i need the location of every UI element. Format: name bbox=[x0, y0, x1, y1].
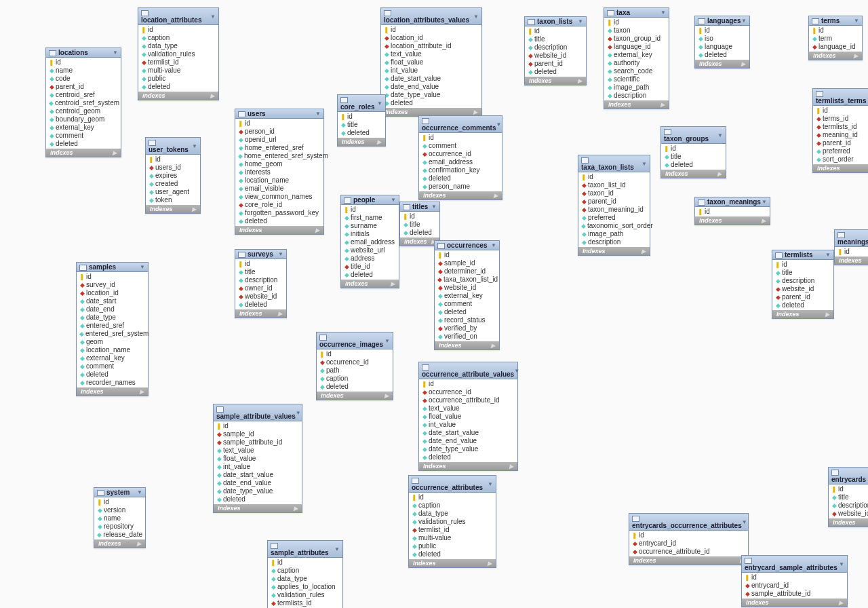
column-row[interactable]: ❚id bbox=[742, 573, 847, 582]
column-row[interactable]: ◆language bbox=[695, 43, 749, 51]
column-row[interactable]: ◆core_role_id bbox=[235, 201, 323, 209]
indexes-footer[interactable]: Indexes▶ bbox=[419, 191, 502, 200]
column-row[interactable]: ◆validation_rules bbox=[409, 518, 496, 526]
column-row[interactable]: ◆deleted bbox=[400, 229, 439, 237]
table-header[interactable]: sample_attributes▼ bbox=[268, 541, 342, 558]
column-row[interactable]: ❚id bbox=[661, 145, 726, 153]
column-row[interactable]: ❚id bbox=[138, 26, 218, 34]
table-header[interactable]: system▼ bbox=[94, 488, 145, 497]
column-row[interactable]: ◆occurrence_attribute_id bbox=[419, 396, 517, 404]
column-row[interactable]: ◆text_value bbox=[419, 404, 517, 413]
expand-icon[interactable]: ▶ bbox=[717, 171, 722, 177]
table-people[interactable]: people▼❚id◆first_name◆surname◆initials◆e… bbox=[340, 195, 399, 288]
column-row[interactable]: ◆verified_on bbox=[435, 332, 499, 341]
expand-icon[interactable]: ▶ bbox=[278, 311, 282, 317]
column-row[interactable]: ◆website_id bbox=[435, 284, 499, 292]
table-header[interactable]: users▼ bbox=[235, 109, 323, 119]
collapse-icon[interactable]: ▼ bbox=[473, 14, 479, 20]
column-row[interactable]: ◆date_end bbox=[77, 305, 148, 314]
column-row[interactable]: ◆deleted bbox=[338, 129, 385, 137]
column-row[interactable]: ◆description bbox=[235, 276, 286, 284]
column-row[interactable]: ◆home_entered_sref bbox=[235, 144, 323, 152]
column-row[interactable]: ◆title_id bbox=[341, 263, 399, 271]
column-row[interactable]: ❚id bbox=[695, 208, 770, 216]
collapse-icon[interactable]: ▼ bbox=[642, 161, 647, 167]
column-row[interactable]: ◆person_name bbox=[419, 183, 502, 191]
indexes-footer[interactable]: Indexes▶ bbox=[742, 598, 847, 607]
column-row[interactable]: ◆preferred bbox=[578, 214, 650, 222]
indexes-footer[interactable]: Indexes▶ bbox=[146, 205, 200, 213]
column-row[interactable]: ◆interests bbox=[235, 168, 323, 176]
column-row[interactable]: ◆comment bbox=[435, 300, 499, 308]
column-row[interactable]: ◆entrycard_id bbox=[742, 582, 847, 590]
table-core_roles[interactable]: core_roles▼❚id◆title◆deletedIndexes▶ bbox=[337, 94, 386, 147]
column-row[interactable]: ◆description bbox=[604, 92, 669, 100]
column-row[interactable]: ◆data_type bbox=[138, 42, 218, 50]
table-header[interactable]: taxon_lists▼ bbox=[525, 17, 586, 26]
table-system[interactable]: system▼❚id◆version◆name◆repository◆relea… bbox=[94, 487, 146, 548]
column-row[interactable]: ◆website_url bbox=[341, 246, 399, 254]
column-row[interactable]: ◆data_type bbox=[409, 510, 496, 518]
column-row[interactable]: ◆description bbox=[578, 238, 650, 246]
indexes-footer[interactable]: Indexes▶ bbox=[94, 539, 145, 548]
column-row[interactable]: ◆validation_rules bbox=[138, 50, 218, 58]
table-header[interactable]: entrycard_sample_attributes▼ bbox=[742, 556, 847, 573]
column-row[interactable]: ◆termlist_id bbox=[409, 526, 496, 534]
indexes-footer[interactable]: Indexes▶ bbox=[629, 556, 748, 565]
column-row[interactable]: ◆text_value bbox=[381, 50, 481, 58]
expand-icon[interactable]: ▶ bbox=[741, 61, 745, 67]
column-row[interactable]: ◆external_key bbox=[77, 354, 148, 362]
collapse-icon[interactable]: ▼ bbox=[296, 410, 301, 416]
expand-icon[interactable]: ▶ bbox=[854, 53, 858, 59]
indexes-footer[interactable]: Indexes▶ bbox=[829, 518, 868, 527]
column-row[interactable]: ◆forgotten_password_key bbox=[235, 209, 323, 217]
table-location_attributes_values[interactable]: location_attributes_values▼❚id◆location_… bbox=[380, 7, 482, 117]
column-row[interactable]: ◆deleted bbox=[419, 453, 517, 461]
column-row[interactable]: ❚id bbox=[235, 260, 286, 268]
table-header[interactable]: occurrences▼ bbox=[435, 241, 499, 250]
table-header[interactable]: occurrence_attributes▼ bbox=[409, 476, 496, 493]
expand-icon[interactable]: ▶ bbox=[192, 206, 196, 212]
expand-icon[interactable]: ▶ bbox=[839, 600, 843, 606]
column-row[interactable]: ◆parent_id bbox=[772, 293, 833, 301]
collapse-icon[interactable]: ▼ bbox=[192, 143, 197, 149]
column-row[interactable]: ◆parent_id bbox=[578, 197, 650, 206]
column-row[interactable]: ◆preferred bbox=[813, 147, 868, 155]
collapse-icon[interactable]: ▼ bbox=[140, 264, 145, 270]
column-row[interactable]: ❚id bbox=[772, 261, 833, 269]
column-row[interactable]: ◆scientific bbox=[604, 75, 669, 83]
table-samples[interactable]: samples▼❚id◆survey_id◆location_id◆date_s… bbox=[76, 262, 149, 396]
column-row[interactable]: ◆caption bbox=[409, 501, 496, 510]
column-row[interactable]: ❚id bbox=[835, 248, 868, 256]
column-row[interactable]: ◆entered_sref_system bbox=[77, 330, 148, 338]
column-row[interactable]: ◆title bbox=[525, 35, 586, 43]
column-row[interactable]: ◆occurrence_id bbox=[419, 150, 502, 158]
expand-icon[interactable]: ▶ bbox=[491, 343, 495, 349]
column-row[interactable]: ◆date_end_value bbox=[381, 83, 481, 91]
column-row[interactable]: ◆float_value bbox=[214, 455, 302, 463]
table-header[interactable]: languages▼ bbox=[695, 16, 749, 26]
column-row[interactable]: ◆external_key bbox=[604, 51, 669, 59]
column-row[interactable]: ◆deleted bbox=[661, 161, 726, 169]
table-entrycards[interactable]: entrycards▼❚id◆title◆description◆website… bbox=[828, 467, 868, 527]
column-row[interactable]: ◆image_path bbox=[578, 230, 650, 238]
table-termlists[interactable]: termlists▼❚id◆title◆description◆website_… bbox=[772, 250, 834, 319]
column-row[interactable]: ◆meaning_id bbox=[813, 131, 868, 139]
collapse-icon[interactable]: ▼ bbox=[496, 121, 502, 128]
column-row[interactable]: ◆caption bbox=[268, 567, 342, 575]
table-taxon_lists[interactable]: taxon_lists▼❚id◆title◆description◆websit… bbox=[524, 16, 587, 86]
column-row[interactable]: ❚id bbox=[341, 206, 399, 214]
expand-icon[interactable]: ▶ bbox=[488, 560, 492, 567]
column-row[interactable]: ◆occurrence_attribute_id bbox=[629, 548, 748, 556]
indexes-footer[interactable]: Indexes▶ bbox=[813, 164, 868, 172]
column-row[interactable]: ◆surname bbox=[341, 222, 399, 230]
column-row[interactable]: ◆public bbox=[138, 75, 218, 83]
column-row[interactable]: ◆date_type_value bbox=[419, 445, 517, 453]
column-row[interactable]: ◆verified_by bbox=[435, 324, 499, 332]
indexes-footer[interactable]: Indexes▶ bbox=[138, 92, 218, 100]
indexes-footer[interactable]: Indexes▶ bbox=[341, 280, 399, 288]
table-entrycards_occurrence_attributes[interactable]: entrycards_occurrence_attributes▼❚id◆ent… bbox=[629, 513, 749, 565]
column-row[interactable]: ◆deleted bbox=[341, 271, 399, 279]
column-row[interactable]: ◆openid_url bbox=[235, 136, 323, 144]
column-row[interactable]: ◆float_value bbox=[381, 58, 481, 66]
